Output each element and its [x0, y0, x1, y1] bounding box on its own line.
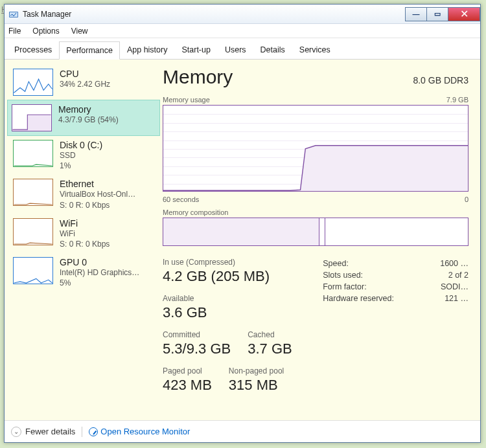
memory-usage-chart[interactable]: [163, 105, 469, 192]
memory-spec: 8.0 GB DDR3: [413, 75, 469, 85]
ethernet-thumb: [13, 179, 53, 206]
tab-start-up[interactable]: Start-up: [174, 41, 217, 59]
sidebar-sub: S: 0 R: 0 Kbps: [60, 239, 110, 249]
composition-label: Memory composition: [163, 208, 228, 216]
titlebar: Task Manager — ▭ ✕: [5, 5, 480, 24]
composition-segment: [163, 218, 319, 245]
svg-marker-3: [163, 146, 468, 191]
spec-row: Hardware reserved:121 …: [323, 293, 469, 304]
sidebar-sub: 1%: [60, 161, 102, 171]
tab-details[interactable]: Details: [253, 41, 292, 59]
footer: ⌄ Fewer details Open Resource Monitor: [5, 420, 480, 442]
stat-cached: Cached3.7 GB: [248, 330, 292, 357]
disk0-thumb: [13, 140, 53, 167]
fewer-details-link[interactable]: Fewer details: [25, 427, 75, 436]
menu-file[interactable]: File: [8, 27, 21, 36]
resource-monitor-icon: [89, 427, 98, 436]
sidebar-sub: SSD: [60, 150, 102, 161]
sidebar-sub: VirtualBox Host-Onl…: [60, 189, 135, 199]
chevron-down-icon: ⌄: [11, 427, 21, 437]
gpu0-thumb: [13, 257, 53, 284]
memory-panel: Memory 8.0 GB DDR3 Memory usage 7.9 GB 6…: [163, 60, 480, 421]
sidebar-item-cpu[interactable]: CPU34% 2.42 GHz: [7, 65, 160, 100]
tab-performance[interactable]: Performance: [59, 41, 120, 60]
composition-segment: [319, 218, 325, 245]
stat-available: Available3.6 GB: [163, 294, 207, 321]
sidebar-sub: 5%: [60, 278, 139, 288]
sidebar-sub: Intel(R) HD Graphics…: [60, 267, 139, 278]
chart-label-left: Memory usage: [163, 96, 210, 104]
spec-row: Form factor:SODI…: [323, 281, 469, 293]
tab-users[interactable]: Users: [218, 41, 253, 59]
sidebar-item-ethernet[interactable]: EthernetVirtualBox Host-Onl…S: 0 R: 0 Kb…: [7, 175, 160, 214]
tab-strip: ProcessesPerformanceApp historyStart-upU…: [5, 38, 480, 60]
menu-options[interactable]: Options: [32, 27, 59, 36]
close-button[interactable]: ✕: [448, 7, 480, 21]
memory-composition-chart[interactable]: [163, 218, 469, 246]
memory-thumb: [12, 104, 52, 131]
sidebar-item-gpu0[interactable]: GPU 0Intel(R) HD Graphics…5%: [7, 253, 160, 292]
sidebar-title: Ethernet: [60, 179, 135, 189]
tab-app-history[interactable]: App history: [120, 41, 175, 59]
stat-committed: Committed5.3/9.3 GB: [163, 330, 231, 357]
minimize-button[interactable]: —: [405, 7, 427, 21]
chart-x-left: 60 seconds: [163, 196, 199, 203]
menu-view[interactable]: View: [71, 27, 88, 36]
sidebar-sub: S: 0 R: 0 Kbps: [60, 200, 135, 210]
stat-paged-pool: Paged pool423 MB: [163, 366, 212, 394]
stat-non-paged-pool: Non-paged pool315 MB: [229, 366, 284, 394]
sidebar-sub: 34% 2.42 GHz: [60, 79, 110, 89]
spec-row: Speed:1600 …: [323, 258, 469, 269]
composition-segment: [325, 218, 468, 245]
tab-processes[interactable]: Processes: [7, 41, 59, 59]
chart-label-right: 7.9 GB: [446, 96, 469, 104]
sidebar-item-wifi[interactable]: WiFiWiFiS: 0 R: 0 Kbps: [7, 214, 160, 253]
app-icon: [8, 9, 19, 19]
open-resource-monitor-link[interactable]: Open Resource Monitor: [100, 427, 190, 436]
sidebar-sub: WiFi: [60, 229, 110, 239]
sidebar-item-disk0[interactable]: Disk 0 (C:)SSD1%: [7, 136, 160, 175]
sidebar-title: Disk 0 (C:): [60, 140, 102, 150]
maximize-button[interactable]: ▭: [426, 7, 448, 21]
menubar: File Options View: [5, 24, 480, 38]
sidebar-title: CPU: [60, 69, 110, 79]
sidebar-sub: 4.3/7.9 GB (54%): [58, 115, 119, 125]
wifi-thumb: [13, 218, 53, 245]
sidebar-title: WiFi: [60, 218, 110, 229]
sidebar-title: GPU 0: [60, 257, 139, 267]
chart-x-right: 0: [465, 196, 469, 203]
sidebar-item-memory[interactable]: Memory4.3/7.9 GB (54%): [7, 100, 160, 136]
cpu-thumb: [13, 69, 53, 96]
window-title: Task Manager: [23, 10, 71, 19]
task-manager-window: Task Manager — ▭ ✕ File Options View Pro…: [4, 4, 481, 443]
tab-services[interactable]: Services: [292, 41, 338, 59]
page-title: Memory: [163, 66, 233, 88]
perf-sidebar: CPU34% 2.42 GHzMemory4.3/7.9 GB (54%)Dis…: [5, 60, 163, 421]
stat-in-use-compressed-: In use (Compressed)4.2 GB (205 MB): [163, 258, 270, 285]
sidebar-title: Memory: [58, 104, 119, 115]
spec-row: Slots used:2 of 2: [323, 269, 469, 281]
svg-marker-2: [12, 115, 51, 131]
